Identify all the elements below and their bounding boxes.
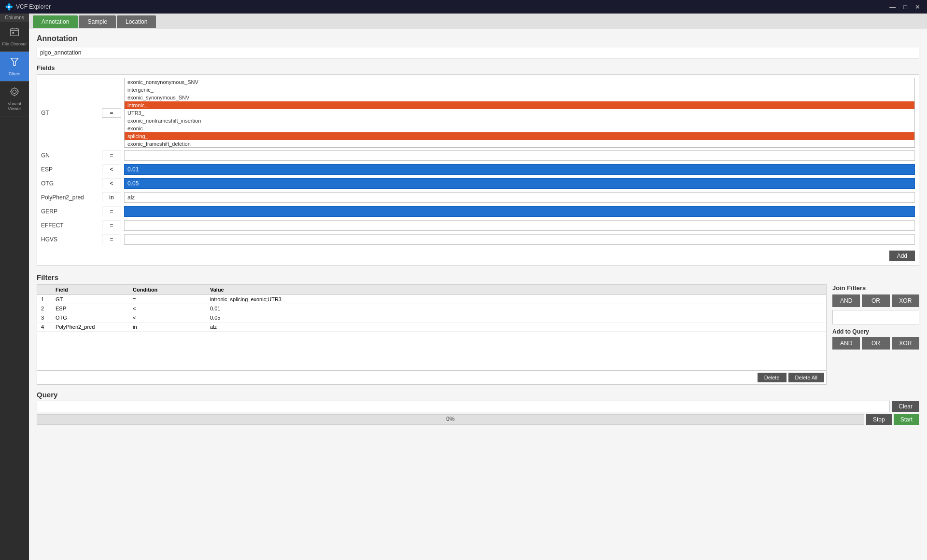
gt-operator[interactable] [102,108,121,118]
title-bar: 💠 VCF Explorer — □ ✕ [0,0,927,14]
effect-value[interactable] [124,220,915,231]
sidebar-item-filters[interactable]: Filters [0,52,29,82]
filter-field-1: GT [52,295,129,304]
fields-title: Fields [37,64,919,71]
svg-point-3 [13,90,16,93]
gn-operator[interactable] [102,151,121,160]
tab-sample[interactable]: Sample [79,15,116,28]
col-condition: Condition [129,285,206,295]
start-button[interactable]: Start [894,414,919,425]
otg-value[interactable]: 0.05 [124,178,915,189]
sidebar-item-variant-viewer[interactable]: Variant Viewer [0,82,29,116]
filter-field-2: ESP [52,304,129,313]
list-item-exonic-frameshift[interactable]: exonic_frameshift_deletion [125,140,914,148]
hgvs-value[interactable] [124,234,915,245]
list-item-exonic-nonsynonymous[interactable]: exonic_nonsynonymous_SNV [125,78,914,86]
annotation-name-input[interactable] [37,47,919,58]
join-xor-button[interactable]: XOR [892,294,919,307]
list-item-exonic-nonframeshift[interactable]: exonic_nonframeshift_insertion [125,117,914,125]
main-content: Annotation Sample Location Annotation Fi… [29,14,927,560]
list-item-utr3[interactable]: UTR3_ [125,109,914,117]
filters-table: Field Condition Value 1 GT = [37,285,826,370]
filter-row-1[interactable]: 1 GT = intronic_splicing_exonic;UTR3_ [37,295,826,304]
otg-label: OTG [41,180,99,187]
filter-row-2[interactable]: 2 ESP < 0.01 [37,304,826,313]
gt-label: GT [41,110,99,116]
list-item-exonic-synonymous[interactable]: exonic_synonymous_SNV [125,94,914,101]
scroll-area: Annotation Fields GT exonic_nonsynonymou… [29,28,927,560]
polyphen2-operator[interactable] [102,193,121,202]
gn-label: GN [41,152,99,159]
columns-label: Columns [0,14,29,22]
sidebar-item-file-chooser[interactable]: File Chooser [0,22,29,52]
filter-buttons: Delete Delete All [37,370,826,384]
join-and-button[interactable]: AND [832,294,860,307]
join-query-text[interactable] [832,310,919,324]
gt-list-wrapper: exonic_nonsynonymous_SNV intergenic_ exo… [124,78,915,148]
close-button[interactable]: ✕ [913,3,922,11]
gn-value[interactable] [124,150,915,161]
variant-viewer-icon [9,86,20,99]
join-or-button[interactable]: OR [862,294,889,307]
list-item-splicing[interactable]: splicing_ [125,132,914,140]
filter-value-2: 0.01 [206,304,826,313]
filters-table-container: Field Condition Value 1 GT = [37,284,827,385]
gt-list-box[interactable]: exonic_nonsynonymous_SNV intergenic_ exo… [124,78,915,148]
delete-all-button[interactable]: Delete All [788,373,824,382]
gerp-operator[interactable] [102,207,121,216]
delete-button[interactable]: Delete [758,373,787,382]
join-filter-buttons: AND OR XOR [832,294,919,307]
filter-row-3[interactable]: 3 OTG < 0.05 [37,313,826,322]
query-title: Query [37,391,919,399]
gerp-value[interactable] [124,206,915,217]
esp-value[interactable]: 0.01 [124,164,915,175]
col-num [37,285,52,295]
filter-condition-2: < [129,304,206,313]
sidebar: Columns File Chooser Filters [0,14,29,560]
polyphen2-value[interactable]: alz [124,192,915,203]
gt-field-row: GT exonic_nonsynonymous_SNV intergenic_ … [41,78,915,148]
minimize-button[interactable]: — [887,3,898,11]
effect-operator[interactable] [102,221,121,230]
filter-condition-3: < [129,313,206,322]
query-input-row: Clear [37,401,919,412]
hgvs-label: HGVS [41,236,99,243]
polyphen2-label: PolyPhen2_pred [41,194,99,201]
list-item-intergenic[interactable]: intergenic_ [125,86,914,94]
gerp-label: GERP [41,208,99,215]
effect-field-row: EFFECT [41,219,915,232]
gn-field-row: GN [41,149,915,162]
add-button[interactable]: Add [889,251,915,261]
filter-field-3: OTG [52,313,129,322]
progress-text: 0% [37,416,864,422]
add-or-button[interactable]: OR [862,337,889,350]
maximize-button[interactable]: □ [901,3,909,11]
filter-row-4[interactable]: 4 PolyPhen2_pred in alz [37,322,826,332]
add-to-query-buttons: AND OR XOR [832,337,919,350]
stop-button[interactable]: Stop [866,414,892,425]
sidebar-label-variant-viewer: Variant Viewer [2,101,27,111]
tab-location[interactable]: Location [117,15,156,28]
join-filters-panel: Join Filters AND OR XOR Add to Query AND… [832,284,919,385]
filter-num-1: 1 [37,295,52,304]
filter-condition-4: in [129,322,206,332]
query-input[interactable] [37,401,890,412]
hgvs-operator[interactable] [102,235,121,244]
list-item-exonic[interactable]: exonic [125,125,914,132]
app-icon: 💠 [5,3,13,11]
svg-point-4 [11,88,18,96]
effect-label: EFFECT [41,222,99,229]
clear-button[interactable]: Clear [892,401,919,412]
filter-value-3: 0.05 [206,313,826,322]
otg-operator[interactable] [102,179,121,188]
add-and-button[interactable]: AND [832,337,860,350]
esp-operator[interactable] [102,165,121,174]
esp-label: ESP [41,166,99,173]
tab-annotation[interactable]: Annotation [33,15,78,28]
sidebar-label-filters: Filters [9,71,21,76]
progress-bar-container: 0% [37,414,864,425]
add-xor-button[interactable]: XOR [892,337,919,350]
filters-title: Filters [37,273,58,281]
list-item-intronic[interactable]: intronic_ [125,101,914,109]
app-title: VCF Explorer [16,3,51,10]
